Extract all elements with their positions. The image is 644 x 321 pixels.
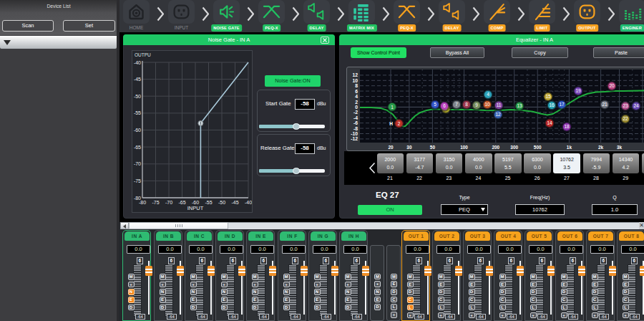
- svg-text:6: 6: [443, 103, 446, 108]
- svg-text:7: 7: [455, 102, 458, 107]
- svg-text:10: 10: [352, 78, 358, 83]
- svg-text:17: 17: [559, 102, 565, 107]
- svg-text:23: 23: [623, 103, 628, 108]
- svg-text:22: 22: [623, 116, 628, 121]
- svg-text:INPUT: INPUT: [187, 205, 204, 211]
- svg-text:8: 8: [355, 83, 358, 88]
- svg-text:18: 18: [564, 124, 570, 129]
- svg-text:-4: -4: [353, 115, 358, 120]
- svg-text:-70: -70: [165, 200, 172, 205]
- svg-text:3k: 3k: [617, 145, 623, 150]
- svg-text:-80: -80: [139, 200, 146, 205]
- svg-text:0: 0: [355, 105, 358, 110]
- svg-text:-40: -40: [134, 60, 141, 65]
- svg-text:-50: -50: [218, 200, 225, 205]
- svg-text:2: 2: [355, 100, 358, 105]
- svg-text:-55: -55: [134, 110, 141, 115]
- svg-text:12: 12: [495, 112, 501, 117]
- svg-text:-75: -75: [134, 178, 141, 183]
- svg-text:H: H: [389, 121, 393, 126]
- svg-text:15: 15: [545, 94, 551, 99]
- svg-text:16: 16: [549, 102, 555, 107]
- svg-text:14: 14: [547, 120, 552, 125]
- svg-text:12: 12: [352, 72, 358, 77]
- svg-text:-70: -70: [134, 161, 141, 166]
- svg-text:-55: -55: [205, 200, 212, 205]
- svg-text:-65: -65: [134, 145, 141, 150]
- svg-text:11: 11: [497, 102, 502, 107]
- svg-text:-60: -60: [134, 128, 141, 133]
- svg-text:300: 300: [510, 145, 518, 150]
- svg-text:5: 5: [434, 102, 436, 107]
- svg-text:-45: -45: [231, 200, 238, 205]
- svg-text:20: 20: [609, 83, 615, 88]
- svg-text:100: 100: [460, 145, 468, 150]
- svg-text:1: 1: [391, 105, 394, 110]
- svg-text:-60: -60: [192, 200, 199, 205]
- svg-text:-2: -2: [353, 110, 358, 115]
- svg-text:50: 50: [430, 145, 436, 150]
- svg-text:-10: -10: [351, 131, 358, 136]
- svg-text:13: 13: [517, 103, 522, 108]
- svg-text:-65: -65: [178, 200, 185, 205]
- svg-text:30: 30: [406, 145, 412, 150]
- svg-text:-50: -50: [134, 94, 141, 99]
- svg-text:19: 19: [575, 88, 581, 93]
- svg-text:-45: -45: [134, 77, 141, 82]
- svg-text:20: 20: [388, 145, 394, 150]
- svg-text:4: 4: [487, 92, 489, 97]
- svg-text:-40: -40: [245, 200, 252, 205]
- svg-text:9: 9: [475, 102, 478, 107]
- svg-text:-75: -75: [152, 200, 159, 205]
- svg-text:8: 8: [465, 102, 468, 107]
- svg-text:24: 24: [633, 103, 639, 108]
- svg-text:1k: 1k: [567, 145, 572, 150]
- svg-text:6: 6: [355, 89, 358, 94]
- svg-text:2: 2: [398, 121, 401, 126]
- svg-text:OUTPU: OUTPU: [135, 52, 151, 57]
- svg-text:500: 500: [534, 145, 542, 150]
- svg-text:-6: -6: [353, 120, 358, 125]
- svg-text:-8: -8: [353, 126, 358, 131]
- svg-text:21: 21: [602, 102, 608, 107]
- svg-text:10: 10: [484, 102, 490, 107]
- svg-text:-12: -12: [351, 136, 358, 141]
- svg-text:200: 200: [492, 145, 499, 150]
- svg-text:2k: 2k: [598, 145, 604, 150]
- svg-text:4: 4: [355, 94, 358, 99]
